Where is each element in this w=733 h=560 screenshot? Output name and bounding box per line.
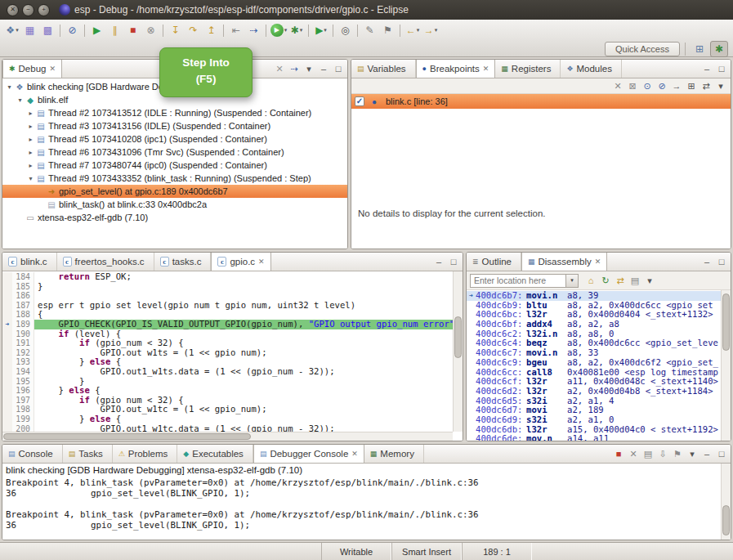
code-line[interactable]: 197 if (gpio_num < 32) { bbox=[2, 396, 453, 405]
minimize-icon[interactable]: – bbox=[699, 254, 714, 269]
expander-icon[interactable]: ▸ bbox=[26, 149, 35, 156]
instruction-stepping-mode-icon[interactable]: ⇢ bbox=[287, 61, 302, 76]
save-all-icon[interactable]: ▩ bbox=[39, 22, 57, 38]
maximize-icon[interactable]: □ bbox=[331, 61, 346, 76]
minimize-icon[interactable]: – bbox=[431, 254, 446, 269]
external-tools-icon[interactable]: ▶ ▾ bbox=[312, 22, 330, 38]
back-icon[interactable]: ← ▾ bbox=[404, 22, 422, 38]
editor-vscrollbar[interactable] bbox=[453, 271, 463, 432]
tab-tasks-c[interactable]: c tasks.c bbox=[154, 253, 212, 271]
line-number[interactable]: 199 bbox=[12, 414, 34, 424]
tab-executables[interactable]: ◆ Executables bbox=[177, 445, 253, 463]
line-number[interactable]: 194 bbox=[12, 367, 34, 377]
disconnect-icon[interactable]: ⊗ bbox=[142, 22, 160, 38]
tab-debugger-console[interactable]: ▤ Debugger Console ✕ bbox=[253, 445, 364, 463]
remove-launch-icon[interactable]: ✕ bbox=[626, 446, 641, 461]
pin-console-icon[interactable]: ⚑ bbox=[670, 446, 685, 461]
tree-item[interactable]: ▭ xtensa-esp32-elf-gdb (7.10) bbox=[2, 211, 347, 224]
tab-modules[interactable]: ❖ Modules bbox=[561, 60, 622, 78]
suspend-icon[interactable]: ∥ bbox=[106, 22, 124, 38]
expand-all-icon[interactable]: ⊞ bbox=[684, 79, 699, 92]
line-number[interactable]: 190 bbox=[12, 329, 34, 339]
go-to-file-icon[interactable]: → bbox=[669, 79, 684, 92]
minimize-icon[interactable]: – bbox=[699, 446, 714, 461]
line-number[interactable]: 189 bbox=[12, 320, 34, 329]
breakpoint-item[interactable]: ✓ ● blink.c [line: 36] bbox=[351, 94, 731, 109]
tree-item[interactable]: ▸ ▤ Thread #5 1073410208 (ipc1) (Suspend… bbox=[2, 132, 347, 146]
new-wizard-icon[interactable]: ❖ ▾ bbox=[3, 22, 21, 38]
console-vscrollbar[interactable] bbox=[721, 464, 731, 540]
minimize-icon[interactable]: – bbox=[316, 61, 331, 76]
expander-icon[interactable]: ▾ bbox=[16, 96, 25, 104]
tree-item[interactable]: ▸ ▤ Thread #7 1073480744 (ipc0) (Suspend… bbox=[2, 159, 347, 172]
run-icon[interactable]: ▶ ▾ bbox=[270, 22, 288, 38]
close-icon[interactable]: ✕ bbox=[351, 450, 358, 458]
tab-problems[interactable]: ⚠ Problems bbox=[113, 445, 178, 463]
resume-icon[interactable]: ▶ bbox=[88, 22, 106, 38]
line-number[interactable]: 198 bbox=[12, 405, 34, 414]
tab-variables[interactable]: ▤ Variables bbox=[351, 60, 416, 78]
code-line[interactable]: 188 { bbox=[2, 310, 453, 320]
close-button[interactable]: ✕ bbox=[7, 4, 19, 16]
close-icon[interactable]: ✕ bbox=[483, 65, 489, 73]
location-input[interactable] bbox=[470, 274, 566, 288]
search-icon[interactable]: ◎ bbox=[337, 22, 355, 38]
skip-all-breakpoints-icon[interactable]: ⊘ bbox=[655, 79, 669, 92]
annotations-icon[interactable]: ✎ bbox=[361, 22, 379, 38]
terminate-icon[interactable]: ■ bbox=[611, 446, 626, 461]
disassembly-content[interactable]: ➜ 400dc6b7: movi.n a8, 39 400dc6b9: bltu… bbox=[467, 290, 731, 441]
tab-blink-c[interactable]: c blink.c bbox=[2, 253, 57, 271]
code-line[interactable]: 195 } bbox=[2, 377, 453, 387]
show-source-icon[interactable]: ▤ bbox=[628, 274, 642, 287]
quick-access-button[interactable]: Quick Access bbox=[605, 42, 680, 56]
code-line[interactable]: 186 bbox=[2, 291, 453, 301]
close-icon[interactable]: ✕ bbox=[595, 258, 601, 266]
line-number[interactable]: 192 bbox=[12, 348, 34, 358]
maximize-button[interactable]: + bbox=[38, 4, 50, 16]
code-line[interactable]: 190 if (level) { bbox=[2, 329, 453, 339]
show-breakpoints-supported-icon[interactable]: ⊙ bbox=[640, 79, 655, 92]
home-icon[interactable]: ⌂ bbox=[583, 274, 598, 287]
forward-icon[interactable]: → ▾ bbox=[422, 22, 440, 38]
console-output[interactable]: blink checking [GDB Hardware Debugging] … bbox=[2, 464, 731, 540]
close-icon[interactable]: ✕ bbox=[258, 258, 265, 266]
minimize-button[interactable]: − bbox=[22, 4, 34, 16]
tab-breakpoints[interactable]: ● Breakpoints ✕ bbox=[416, 60, 496, 78]
tree-item[interactable]: ▾ ▤ Thread #9 1073433352 (blink_task : R… bbox=[2, 172, 347, 185]
line-number[interactable]: 187 bbox=[12, 301, 34, 311]
save-icon[interactable]: ▦ bbox=[21, 22, 39, 38]
disassembly-line[interactable]: 400dc6d9: s32i a2, a1, 0 bbox=[467, 415, 721, 425]
track-location-icon[interactable]: ⇄ bbox=[613, 274, 628, 287]
tab-tasks[interactable]: ▤ Tasks bbox=[63, 445, 113, 463]
expander-icon[interactable]: ▸ bbox=[26, 123, 35, 130]
debug-icon[interactable]: ✱ ▾ bbox=[288, 22, 306, 38]
tab-registers[interactable]: ▦ Registers bbox=[495, 60, 561, 78]
open-perspective-icon[interactable]: ⊞ bbox=[691, 41, 708, 57]
step-into-icon[interactable]: ↧ bbox=[167, 22, 185, 38]
breakpoint-checkbox[interactable]: ✓ bbox=[355, 96, 364, 106]
remove-breakpoint-icon[interactable]: ✕ bbox=[610, 79, 625, 92]
code-line[interactable]: 187 esp_err_t gpio_set_level(gpio_num_t … bbox=[2, 301, 453, 311]
tree-item[interactable]: ▸ ▤ Thread #3 1073413156 (IDLE) (Suspend… bbox=[2, 119, 347, 132]
line-number[interactable]: 186 bbox=[12, 291, 34, 301]
disassembly-line[interactable]: 400dc6bf: addx4 a8, a2, a8 bbox=[467, 320, 721, 329]
tab-memory[interactable]: ▦ Memory bbox=[364, 445, 424, 463]
maximize-icon[interactable]: □ bbox=[446, 254, 461, 269]
code-line[interactable]: 185 } bbox=[2, 282, 453, 292]
scroll-lock-icon[interactable]: ⇩ bbox=[655, 446, 670, 461]
instruction-stepping-icon[interactable]: ⇢ bbox=[245, 22, 263, 38]
maximize-icon[interactable]: □ bbox=[714, 61, 729, 76]
code-line[interactable]: 194 GPIO.out1_w1ts.data = (1 << (gpio_nu… bbox=[2, 367, 453, 377]
tree-item[interactable]: ▸ ▤ Thread #6 1073431096 (Tmr Svc) (Susp… bbox=[2, 146, 347, 159]
view-menu-icon[interactable]: ▾ bbox=[642, 274, 657, 287]
code-line[interactable]: 184 return ESP_OK; bbox=[2, 272, 453, 282]
code-line[interactable]: 193 } else { bbox=[2, 357, 453, 367]
debug-perspective-icon[interactable]: ✱ bbox=[710, 41, 728, 57]
view-menu-icon[interactable]: ▾ bbox=[302, 61, 316, 76]
line-number[interactable]: 200 bbox=[12, 424, 34, 432]
disassembly-vscrollbar[interactable] bbox=[721, 290, 731, 441]
disassembly-line[interactable]: 400dc6d2: l32r a2, 0x400d04b8 <_stext+11… bbox=[467, 387, 721, 396]
line-number[interactable]: 185 bbox=[12, 282, 34, 292]
tab-disassembly[interactable]: ▦ Disassembly ✕ bbox=[521, 253, 607, 271]
skip-all-breakpoints-icon[interactable]: ⊘ bbox=[64, 22, 82, 38]
